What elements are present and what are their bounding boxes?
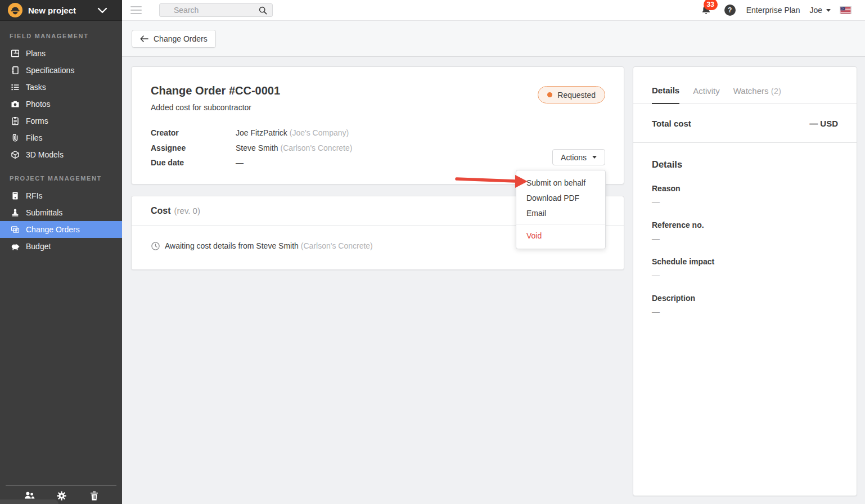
- sidebar-item-tasks[interactable]: Tasks: [0, 79, 122, 96]
- specifications-icon: [10, 66, 20, 75]
- detail-field-schedule-impact: Schedule impact —: [652, 257, 838, 280]
- tab-details[interactable]: Details: [652, 86, 679, 104]
- sidebar-item-submittals[interactable]: Submittals: [0, 204, 122, 221]
- creator-company: (Joe's Company): [290, 128, 349, 137]
- sidebar-item-label: Files: [26, 133, 43, 142]
- caret-down-icon: [826, 9, 831, 12]
- status-badge: Requested: [538, 86, 605, 104]
- field-label: Reason: [652, 184, 838, 193]
- hamburger-menu-icon[interactable]: [130, 6, 142, 14]
- creator-name: Joe FitzPatrick: [236, 128, 287, 137]
- sidebar-item-label: RFIs: [26, 191, 43, 200]
- search-input[interactable]: [160, 4, 272, 16]
- project-switcher[interactable]: New project: [0, 0, 122, 21]
- notification-badge: 33: [704, 0, 718, 10]
- piggy-bank-icon: [10, 242, 20, 251]
- sidebar-item-budget[interactable]: Budget: [0, 238, 122, 255]
- order-subtitle: Added cost for subcontractor: [151, 103, 251, 112]
- sidebar-item-label: Plans: [26, 49, 46, 58]
- clock-icon: [151, 242, 160, 250]
- sidebar-item-rfis[interactable]: RFIs: [0, 187, 122, 204]
- topbar: 33 ? Enterprise Plan Joe: [122, 0, 865, 21]
- sidebar-item-files[interactable]: Files: [0, 129, 122, 146]
- plans-icon: [10, 49, 20, 58]
- page-title: Change Order #CC-0001: [151, 84, 280, 97]
- sidebar-item-label: Forms: [26, 116, 48, 125]
- menu-item-email[interactable]: Email: [516, 205, 605, 220]
- menu-item-download-pdf[interactable]: Download PDF: [516, 190, 605, 205]
- sidebar-item-specifications[interactable]: Specifications: [0, 62, 122, 79]
- total-cost-value: — USD: [809, 119, 838, 128]
- cost-revision: (rev. 0): [174, 206, 200, 215]
- actions-button-label: Actions: [561, 153, 587, 162]
- field-value: —: [652, 271, 838, 280]
- rfi-document-icon: [10, 191, 20, 201]
- tasks-icon: [10, 83, 20, 92]
- change-order-card: Change Order #CC-0001 Added cost for sub…: [131, 66, 624, 184]
- sidebar-item-label: Tasks: [26, 83, 46, 92]
- fieldwire-logo-icon: [8, 3, 22, 17]
- back-button-label: Change Orders: [154, 34, 208, 43]
- tab-watchers[interactable]: Watchers (2): [733, 86, 781, 104]
- sidebar-item-label: 3D Models: [26, 150, 64, 159]
- divider: [6, 485, 116, 486]
- field-value: —: [652, 307, 838, 316]
- due-date-label: Due date: [151, 158, 236, 167]
- caret-down-icon: [592, 156, 597, 159]
- sidebar-item-label: Change Orders: [26, 225, 80, 234]
- awaiting-text: Awaiting cost details from Steve Smith: [165, 241, 299, 250]
- total-cost-row: Total cost — USD: [633, 104, 857, 143]
- tab-watchers-label: Watchers: [733, 86, 769, 96]
- corner-highlight: [0, 500, 58, 504]
- search-icon[interactable]: [259, 6, 267, 16]
- field-label: Schedule impact: [652, 257, 838, 266]
- sidebar-item-label: Specifications: [26, 66, 74, 75]
- chevron-down-icon: [97, 7, 107, 14]
- subheader: Change Orders: [122, 21, 865, 57]
- details-panel: Details Activity Watchers (2) Total cost…: [633, 66, 857, 496]
- stamp-icon: [10, 208, 20, 218]
- sidebar: New project FIELD MANAGEMENT Plans Speci…: [0, 0, 122, 504]
- detail-field-description: Description —: [652, 294, 838, 316]
- help-button[interactable]: ?: [724, 4, 736, 16]
- plan-label[interactable]: Enterprise Plan: [746, 6, 800, 15]
- photos-icon: [10, 100, 20, 109]
- section-project-management: PROJECT MANAGEMENT: [0, 163, 122, 187]
- us-flag-icon[interactable]: [840, 6, 852, 14]
- menu-item-submit-on-behalf[interactable]: Submit on behalf: [516, 175, 605, 190]
- details-section: Details Reason — Reference no. — Schedul…: [633, 143, 857, 316]
- sidebar-item-3d-models[interactable]: 3D Models: [0, 146, 122, 163]
- menu-item-void[interactable]: Void: [516, 228, 605, 243]
- sidebar-item-forms[interactable]: Forms: [0, 112, 122, 129]
- field-label: Description: [652, 294, 838, 303]
- forms-icon: [10, 116, 20, 126]
- total-cost-label: Total cost: [652, 119, 691, 128]
- details-section-title: Details: [652, 159, 838, 170]
- user-menu[interactable]: Joe: [809, 6, 831, 15]
- sidebar-footer: [0, 485, 122, 504]
- order-fields: Creator Joe FitzPatrick (Joe's Company) …: [151, 125, 352, 170]
- settings-gear-icon[interactable]: [56, 490, 67, 501]
- cost-title: Cost: [151, 206, 171, 216]
- sidebar-item-label: Photos: [26, 100, 51, 109]
- actions-dropdown-menu: Submit on behalf Download PDF Email Void: [516, 170, 606, 249]
- sidebar-item-plans[interactable]: Plans: [0, 45, 122, 62]
- project-name: New project: [28, 6, 76, 15]
- sidebar-item-change-orders[interactable]: Change Orders: [0, 221, 122, 238]
- due-date-row: Due date —: [151, 155, 352, 170]
- actions-button[interactable]: Actions: [552, 149, 605, 165]
- user-name: Joe: [809, 6, 822, 15]
- field-label: Reference no.: [652, 220, 838, 230]
- notifications-button[interactable]: 33: [701, 4, 712, 16]
- field-value: —: [652, 197, 838, 206]
- tab-activity[interactable]: Activity: [693, 86, 720, 104]
- awaiting-company: (Carlson's Concrete): [301, 241, 373, 250]
- due-date-value: —: [236, 158, 244, 167]
- back-to-change-orders-button[interactable]: Change Orders: [132, 30, 216, 48]
- details-tabs: Details Activity Watchers (2): [633, 67, 857, 104]
- status-label: Requested: [557, 91, 596, 100]
- sidebar-item-label: Submittals: [26, 208, 62, 217]
- trash-icon[interactable]: [88, 490, 100, 501]
- change-orders-icon: [10, 225, 20, 235]
- sidebar-item-photos[interactable]: Photos: [0, 96, 122, 112]
